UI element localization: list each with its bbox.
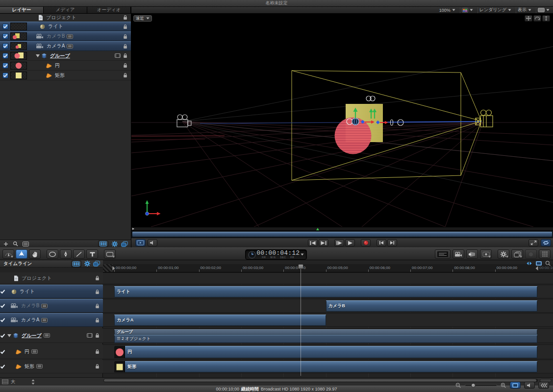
lock-icon[interactable] bbox=[95, 333, 100, 338]
camera-b-icon[interactable] bbox=[476, 110, 493, 127]
active-camera-badge[interactable] bbox=[36, 364, 43, 368]
step-back-button[interactable] bbox=[377, 239, 386, 246]
timeline-film-frame-button[interactable] bbox=[535, 261, 542, 266]
layer-row-project[interactable]: プロジェクト bbox=[0, 14, 131, 22]
playhead-handle[interactable] bbox=[298, 264, 303, 269]
interest-point-icon[interactable] bbox=[366, 96, 375, 101]
canvas-rendering-dropdown[interactable]: レンダリング bbox=[478, 7, 513, 13]
speaker-button[interactable] bbox=[148, 239, 157, 246]
lock-icon[interactable] bbox=[123, 73, 127, 78]
timeline-view-filmstrip-button[interactable] bbox=[71, 261, 81, 267]
lock-icon[interactable] bbox=[95, 349, 100, 354]
view-switch-gear-button[interactable] bbox=[112, 241, 118, 247]
visibility-checkbox-group[interactable] bbox=[2, 53, 8, 59]
track-header-light[interactable]: ライト bbox=[0, 285, 103, 298]
start-flag-icon[interactable] bbox=[112, 266, 115, 270]
track-header-project[interactable]: プロジェクト bbox=[0, 272, 103, 284]
visibility-checkbox-rectangle[interactable] bbox=[2, 73, 8, 78]
lock-icon[interactable] bbox=[123, 44, 127, 49]
zoom-in-icon[interactable] bbox=[501, 383, 506, 388]
lock-icon[interactable] bbox=[123, 63, 127, 68]
track-checkbox-group[interactable] bbox=[0, 333, 5, 338]
record-button[interactable] bbox=[361, 239, 371, 246]
filters-button[interactable] bbox=[511, 249, 523, 259]
lock-icon[interactable] bbox=[95, 364, 100, 369]
tool-hand-button[interactable] bbox=[29, 249, 41, 259]
track-checkbox-circle[interactable] bbox=[0, 349, 5, 354]
mini-timeline[interactable] bbox=[131, 230, 553, 238]
lock-icon[interactable] bbox=[123, 53, 127, 58]
search-button[interactable] bbox=[13, 241, 18, 246]
track-header-camera-b[interactable]: カメラB bbox=[0, 299, 103, 313]
particles-grid-button[interactable] bbox=[539, 249, 551, 259]
timeline-ruler[interactable]: 00:00:00;0000:00:01;0000:00:02;0000:00:0… bbox=[103, 264, 553, 272]
play-from-start-button[interactable] bbox=[334, 239, 344, 246]
lock-icon[interactable] bbox=[95, 275, 100, 281]
lock-icon[interactable] bbox=[95, 289, 100, 294]
region-play-button[interactable] bbox=[135, 239, 146, 246]
timeline-bar-light[interactable]: ライト bbox=[114, 286, 537, 297]
canvas-color-dropdown[interactable] bbox=[460, 7, 475, 13]
playhead-line[interactable] bbox=[301, 265, 301, 376]
timeline-zoom-slider[interactable] bbox=[465, 384, 497, 386]
canvas-display-dropdown[interactable]: 表示 bbox=[516, 7, 533, 13]
canvas-monitor-dropdown[interactable] bbox=[536, 7, 551, 13]
tool-pen-button[interactable] bbox=[60, 249, 72, 259]
generator-button[interactable] bbox=[480, 249, 492, 259]
dolly-3d-button[interactable] bbox=[542, 15, 550, 22]
track-checkbox-rectangle[interactable] bbox=[0, 364, 5, 369]
play-button[interactable] bbox=[345, 239, 355, 246]
show-keyframes-button[interactable] bbox=[538, 382, 549, 389]
end-flag-icon[interactable] bbox=[535, 266, 538, 270]
record-disabled-button[interactable] bbox=[525, 249, 537, 259]
timeline-bar-group-objects[interactable]: ☰ 2 オブジェクト bbox=[114, 335, 537, 343]
go-start-button[interactable] bbox=[308, 239, 318, 246]
track-checkbox-camera-a[interactable] bbox=[0, 318, 5, 322]
lock-icon[interactable] bbox=[123, 34, 127, 39]
stepper-icon[interactable] bbox=[31, 379, 35, 385]
track-checkbox-light[interactable] bbox=[0, 289, 5, 294]
step-forward-button[interactable] bbox=[387, 239, 397, 246]
timeline-zoom-magnifier-button[interactable] bbox=[545, 261, 551, 266]
timeline-bar-camera-b[interactable]: カメラB bbox=[326, 300, 538, 312]
active-camera-badge[interactable] bbox=[67, 34, 73, 39]
behaviors-button[interactable] bbox=[498, 249, 509, 259]
timeline-view-layers-2-button[interactable] bbox=[93, 261, 100, 267]
active-camera-badge[interactable] bbox=[31, 349, 38, 354]
active-camera-badge[interactable] bbox=[41, 304, 48, 308]
layer-row-circle[interactable]: 円 bbox=[0, 61, 131, 71]
lock-icon[interactable] bbox=[123, 24, 127, 29]
disclosure-icon[interactable] bbox=[36, 54, 40, 57]
active-camera-badge[interactable] bbox=[41, 318, 48, 322]
track-header-camera-a[interactable]: カメラA bbox=[0, 313, 103, 327]
new-light-button[interactable] bbox=[466, 249, 478, 259]
visibility-checkbox-camera-b[interactable] bbox=[2, 33, 8, 39]
loop-button[interactable] bbox=[541, 239, 551, 246]
zoom-out-icon[interactable] bbox=[455, 383, 461, 388]
tab-media[interactable]: メディア bbox=[44, 7, 87, 13]
disclosure-icon[interactable] bbox=[7, 334, 11, 337]
active-camera-badge[interactable] bbox=[44, 333, 50, 338]
timeline-bar-circle[interactable]: 円 bbox=[114, 346, 537, 358]
layer-row-camera-b[interactable]: カメラB bbox=[0, 31, 131, 41]
tool-line-button[interactable] bbox=[73, 249, 85, 259]
list-box-button[interactable] bbox=[23, 242, 29, 246]
view-switch-filmstrip-button[interactable] bbox=[98, 241, 108, 247]
track-checkbox-camera-b[interactable] bbox=[0, 303, 5, 308]
tool-text-button[interactable] bbox=[86, 249, 98, 259]
window-titlebar[interactable]: 名称未設定 bbox=[0, 0, 553, 7]
view-menu-dropdown[interactable]: 遠近 bbox=[133, 15, 152, 22]
go-end-button[interactable] bbox=[319, 239, 328, 246]
track-header-circle[interactable]: 円 bbox=[0, 344, 103, 359]
track-header-group[interactable]: グループ bbox=[0, 328, 103, 343]
add-button[interactable] bbox=[3, 242, 8, 246]
track-size-control[interactable]: 大 bbox=[2, 378, 35, 385]
tool-mask-button[interactable] bbox=[104, 249, 116, 259]
new-camera-button[interactable] bbox=[452, 249, 464, 259]
hud-button[interactable] bbox=[435, 249, 451, 259]
lock-icon[interactable] bbox=[95, 303, 100, 309]
in-point-marker[interactable] bbox=[132, 228, 134, 230]
timeline-double-arrow-button[interactable] bbox=[526, 261, 532, 266]
fullscreen-button[interactable] bbox=[528, 239, 538, 246]
camera-a-icon[interactable] bbox=[177, 115, 191, 127]
